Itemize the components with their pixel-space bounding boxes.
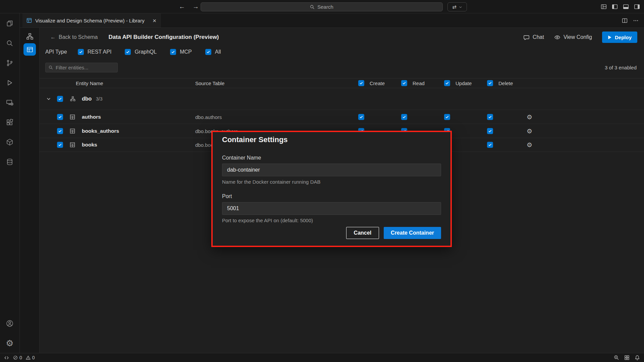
read-header: Read (413, 80, 425, 86)
remote-indicator-icon[interactable] (4, 355, 9, 360)
connections-disconnected-icon[interactable] (0, 93, 20, 112)
extension-mini-sidebar (20, 28, 40, 353)
delete-checkbox[interactable] (487, 142, 493, 148)
graphql-checkbox[interactable] (125, 49, 131, 55)
api-option-all: All (205, 49, 221, 55)
database-icon[interactable] (0, 152, 20, 172)
group-enabled-checkbox[interactable] (57, 96, 63, 102)
split-editor-icon[interactable] (622, 18, 628, 23)
command-center-search[interactable]: Search (201, 2, 443, 11)
editor-actions (622, 13, 644, 27)
rest-api-checkbox[interactable] (78, 49, 84, 55)
problems-indicator[interactable]: 0 0 (13, 355, 35, 360)
dab-config-view-icon[interactable] (23, 43, 36, 56)
filter-entities-input[interactable] (56, 65, 122, 70)
grid-icon[interactable] (624, 355, 630, 360)
table-grid-icon (70, 128, 75, 134)
more-actions-icon[interactable] (633, 18, 639, 23)
page-header: ← Back to Schema Data API Builder Config… (50, 31, 637, 44)
session-dropdown-button[interactable]: ⇄ (447, 2, 467, 11)
extensions-icon[interactable] (0, 112, 20, 132)
editor-tab-bar: Visualize and Design Schema (Preview) - … (20, 13, 644, 28)
status-bar-right (614, 355, 640, 360)
select-all-update-checkbox[interactable] (444, 80, 450, 86)
delete-checkbox[interactable] (487, 128, 493, 134)
dialog-buttons: Cancel Create Container (346, 227, 441, 239)
table-grid-icon (70, 142, 75, 147)
chat-button[interactable]: Chat (523, 34, 544, 41)
schema-group-row: dbo 3/3 (40, 88, 644, 110)
search-placeholder: Search (317, 4, 333, 10)
row-enabled-checkbox[interactable] (57, 142, 63, 148)
sync-arrows-icon: ⇄ (452, 4, 457, 10)
container-name-help: Name for the Docker container running DA… (222, 179, 441, 185)
row-enabled-checkbox[interactable] (57, 114, 63, 120)
forward-arrow-icon[interactable]: → (193, 3, 199, 10)
search-sidebar-icon[interactable] (0, 33, 20, 53)
account-icon[interactable] (0, 313, 20, 333)
view-config-button[interactable]: View Config (554, 34, 592, 41)
title-bar: ← → Search ⇄ (0, 0, 644, 13)
chat-label: Chat (533, 34, 544, 40)
deploy-button[interactable]: Deploy (602, 32, 637, 43)
cancel-button[interactable]: Cancel (346, 227, 379, 239)
create-container-button[interactable]: Create Container (384, 227, 441, 239)
port-input[interactable] (222, 202, 441, 215)
entity-settings-gear-icon[interactable]: ⚙ (527, 128, 532, 134)
toggle-panel-icon[interactable] (623, 4, 629, 10)
deploy-label: Deploy (615, 35, 632, 40)
run-debug-icon[interactable] (0, 73, 20, 93)
schema-group-count: 3/3 (96, 96, 102, 102)
toggle-primary-sidebar-icon[interactable] (612, 4, 618, 10)
activity-bar: ⚙ (0, 13, 20, 353)
create-header: Create (370, 80, 385, 86)
tab-visualize-design-schema[interactable]: Visualize and Design Schema (Preview) - … (22, 13, 161, 27)
layout-controls (601, 0, 640, 13)
source-control-icon[interactable] (0, 53, 20, 73)
update-checkbox[interactable] (444, 114, 450, 120)
select-all-delete-checkbox[interactable] (487, 80, 493, 86)
entity-name: authors (82, 114, 101, 120)
notifications-bell-icon[interactable] (635, 355, 640, 360)
play-icon (608, 35, 612, 40)
delete-checkbox[interactable] (487, 114, 493, 120)
mcp-checkbox[interactable] (170, 49, 176, 55)
warnings-count: 0 (32, 355, 35, 360)
search-icon (310, 5, 315, 9)
read-checkbox[interactable] (401, 114, 407, 120)
create-checkbox[interactable] (358, 114, 364, 120)
container-name-input[interactable] (222, 164, 441, 176)
chevron-down-icon[interactable] (46, 97, 51, 101)
settings-gear-icon[interactable]: ⚙ (0, 333, 20, 353)
history-navigation: ← → (179, 0, 199, 13)
entity-source: dbo.authors (195, 114, 222, 120)
api-option-rest: REST API (78, 49, 112, 55)
graphql-label: GraphQL (135, 49, 157, 55)
customize-layout-icon[interactable] (601, 4, 607, 10)
chat-icon (523, 34, 530, 41)
zoom-icon[interactable] (614, 355, 619, 360)
back-arrow-icon[interactable]: ← (179, 3, 185, 10)
explorer-icon[interactable] (0, 13, 20, 33)
filter-search-icon (49, 65, 53, 70)
view-config-label: View Config (564, 34, 592, 40)
back-to-schema-link[interactable]: ← Back to Schema (50, 34, 98, 40)
container-name-label: Container Name (222, 155, 441, 161)
row-enabled-checkbox[interactable] (57, 128, 63, 134)
vscode-window: ← → Search ⇄ (0, 0, 644, 362)
schema-icon (70, 96, 76, 102)
all-checkbox[interactable] (205, 49, 211, 55)
all-label: All (215, 49, 221, 55)
container-settings-dialog: Container Settings Container Name Name f… (211, 131, 452, 247)
select-all-read-checkbox[interactable] (401, 80, 407, 86)
package-cube-icon[interactable] (0, 132, 20, 152)
table-grid-icon (70, 114, 75, 120)
source-table-header: Source Table (195, 80, 224, 86)
close-icon[interactable]: × (153, 17, 156, 24)
entity-settings-gear-icon[interactable]: ⚙ (527, 114, 532, 120)
entity-settings-gear-icon[interactable]: ⚙ (527, 142, 532, 148)
schema-designer-icon[interactable] (20, 33, 40, 41)
select-all-create-checkbox[interactable] (358, 80, 364, 86)
toggle-secondary-sidebar-icon[interactable] (634, 4, 640, 10)
entity-name: books_authors (82, 128, 119, 134)
